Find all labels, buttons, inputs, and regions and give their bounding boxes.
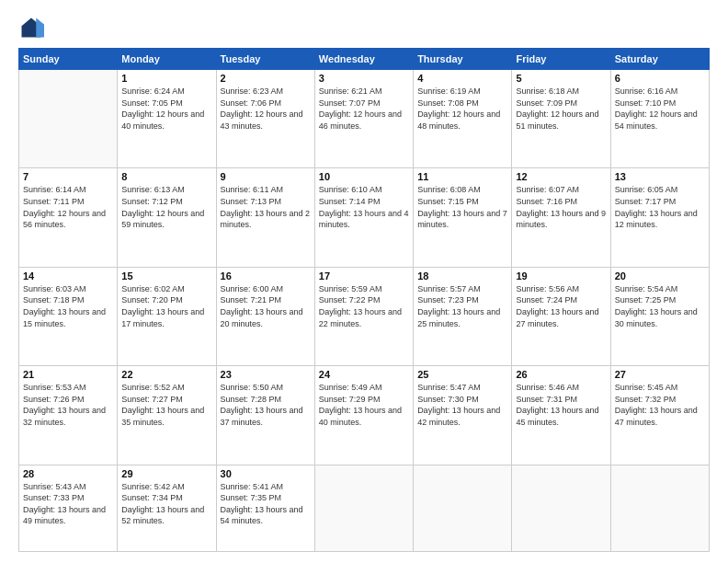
- day-number: 6: [615, 73, 705, 84]
- logo: [18, 15, 48, 40]
- calendar-table: SundayMondayTuesdayWednesdayThursdayFrid…: [18, 48, 710, 552]
- day-number: 17: [319, 270, 409, 282]
- day-info: Sunrise: 6:18 AMSunset: 7:09 PMDaylight:…: [516, 86, 606, 132]
- calendar-week-row: 14Sunrise: 6:03 AMSunset: 7:18 PMDayligh…: [19, 267, 710, 365]
- calendar-day-cell: 26Sunrise: 5:46 AMSunset: 7:31 PMDayligh…: [512, 366, 610, 465]
- day-info: Sunrise: 6:24 AMSunset: 7:05 PMDaylight:…: [121, 86, 211, 132]
- calendar-day-cell: 24Sunrise: 5:49 AMSunset: 7:29 PMDayligh…: [314, 366, 413, 465]
- day-number: 19: [516, 270, 606, 282]
- day-info: Sunrise: 6:14 AMSunset: 7:11 PMDaylight:…: [23, 184, 113, 230]
- day-number: 24: [319, 369, 409, 380]
- day-number: 18: [417, 270, 507, 282]
- day-info: Sunrise: 5:53 AMSunset: 7:26 PMDaylight:…: [23, 382, 113, 428]
- day-number: 22: [121, 369, 211, 380]
- calendar-day-cell: 6Sunrise: 6:16 AMSunset: 7:10 PMDaylight…: [610, 70, 709, 168]
- calendar-day-cell: 17Sunrise: 5:59 AMSunset: 7:22 PMDayligh…: [314, 267, 413, 365]
- calendar-day-cell: [314, 465, 413, 551]
- day-number: 25: [417, 369, 507, 380]
- day-number: 16: [221, 270, 311, 282]
- calendar-day-cell: 28Sunrise: 5:43 AMSunset: 7:33 PMDayligh…: [19, 465, 118, 551]
- calendar-day-cell: [19, 70, 118, 168]
- calendar-day-cell: 16Sunrise: 6:00 AMSunset: 7:21 PMDayligh…: [216, 267, 314, 365]
- day-info: Sunrise: 5:56 AMSunset: 7:24 PMDaylight:…: [516, 283, 606, 329]
- calendar-day-cell: 5Sunrise: 6:18 AMSunset: 7:09 PMDaylight…: [512, 70, 610, 168]
- day-number: 11: [417, 171, 507, 182]
- day-info: Sunrise: 5:49 AMSunset: 7:29 PMDaylight:…: [319, 382, 409, 428]
- day-info: Sunrise: 6:19 AMSunset: 7:08 PMDaylight:…: [417, 86, 507, 132]
- calendar-day-cell: 15Sunrise: 6:02 AMSunset: 7:20 PMDayligh…: [118, 267, 216, 365]
- day-info: Sunrise: 6:07 AMSunset: 7:16 PMDaylight:…: [516, 184, 606, 230]
- weekday-header: Sunday: [19, 49, 118, 70]
- day-number: 27: [615, 369, 705, 380]
- calendar-day-cell: [414, 465, 512, 551]
- calendar-day-cell: [512, 465, 610, 551]
- day-number: 21: [23, 369, 113, 380]
- calendar-day-cell: 25Sunrise: 5:47 AMSunset: 7:30 PMDayligh…: [414, 366, 512, 465]
- calendar-day-cell: 14Sunrise: 6:03 AMSunset: 7:18 PMDayligh…: [19, 267, 118, 365]
- calendar-day-cell: 10Sunrise: 6:10 AMSunset: 7:14 PMDayligh…: [314, 168, 413, 267]
- calendar-day-cell: 3Sunrise: 6:21 AMSunset: 7:07 PMDaylight…: [314, 70, 413, 168]
- calendar-week-row: 1Sunrise: 6:24 AMSunset: 7:05 PMDaylight…: [19, 70, 710, 168]
- day-info: Sunrise: 5:46 AMSunset: 7:31 PMDaylight:…: [516, 382, 606, 428]
- day-info: Sunrise: 6:23 AMSunset: 7:06 PMDaylight:…: [221, 86, 311, 132]
- calendar-day-cell: 30Sunrise: 5:41 AMSunset: 7:35 PMDayligh…: [216, 465, 314, 551]
- calendar-day-cell: 21Sunrise: 5:53 AMSunset: 7:26 PMDayligh…: [19, 366, 118, 465]
- day-number: 23: [221, 369, 311, 380]
- day-info: Sunrise: 5:42 AMSunset: 7:34 PMDaylight:…: [121, 481, 211, 527]
- calendar-day-cell: 4Sunrise: 6:19 AMSunset: 7:08 PMDaylight…: [414, 70, 512, 168]
- day-number: 1: [121, 73, 211, 84]
- calendar-day-cell: 8Sunrise: 6:13 AMSunset: 7:12 PMDaylight…: [118, 168, 216, 267]
- day-info: Sunrise: 6:00 AMSunset: 7:21 PMDaylight:…: [221, 283, 311, 329]
- day-number: 13: [615, 171, 705, 182]
- day-number: 3: [319, 73, 409, 84]
- day-info: Sunrise: 6:16 AMSunset: 7:10 PMDaylight:…: [615, 86, 705, 132]
- day-info: Sunrise: 6:02 AMSunset: 7:20 PMDaylight:…: [121, 283, 211, 329]
- day-info: Sunrise: 6:21 AMSunset: 7:07 PMDaylight:…: [319, 86, 409, 132]
- day-info: Sunrise: 5:47 AMSunset: 7:30 PMDaylight:…: [417, 382, 507, 428]
- calendar-day-cell: 27Sunrise: 5:45 AMSunset: 7:32 PMDayligh…: [610, 366, 709, 465]
- calendar-day-cell: 23Sunrise: 5:50 AMSunset: 7:28 PMDayligh…: [216, 366, 314, 465]
- day-number: 29: [121, 468, 211, 479]
- day-info: Sunrise: 6:13 AMSunset: 7:12 PMDaylight:…: [121, 184, 211, 230]
- weekday-header: Thursday: [414, 49, 512, 70]
- day-number: 4: [417, 73, 507, 84]
- calendar-day-cell: 12Sunrise: 6:07 AMSunset: 7:16 PMDayligh…: [512, 168, 610, 267]
- day-info: Sunrise: 5:50 AMSunset: 7:28 PMDaylight:…: [221, 382, 311, 428]
- calendar-day-cell: [610, 465, 709, 551]
- day-number: 12: [516, 171, 606, 182]
- weekday-header: Saturday: [610, 49, 709, 70]
- calendar-week-row: 21Sunrise: 5:53 AMSunset: 7:26 PMDayligh…: [19, 366, 710, 465]
- calendar-day-cell: 29Sunrise: 5:42 AMSunset: 7:34 PMDayligh…: [118, 465, 216, 551]
- calendar-day-cell: 9Sunrise: 6:11 AMSunset: 7:13 PMDaylight…: [216, 168, 314, 267]
- calendar-week-row: 28Sunrise: 5:43 AMSunset: 7:33 PMDayligh…: [19, 465, 710, 551]
- day-info: Sunrise: 5:54 AMSunset: 7:25 PMDaylight:…: [615, 283, 705, 329]
- calendar-day-cell: 1Sunrise: 6:24 AMSunset: 7:05 PMDaylight…: [118, 70, 216, 168]
- day-number: 2: [221, 73, 311, 84]
- day-number: 10: [319, 171, 409, 182]
- calendar-header-row: SundayMondayTuesdayWednesdayThursdayFrid…: [19, 49, 710, 70]
- calendar-day-cell: 19Sunrise: 5:56 AMSunset: 7:24 PMDayligh…: [512, 267, 610, 365]
- day-info: Sunrise: 6:03 AMSunset: 7:18 PMDaylight:…: [23, 283, 113, 329]
- day-info: Sunrise: 5:43 AMSunset: 7:33 PMDaylight:…: [23, 481, 113, 527]
- weekday-header: Friday: [512, 49, 610, 70]
- day-number: 7: [23, 171, 113, 182]
- day-number: 8: [121, 171, 211, 182]
- calendar-day-cell: 22Sunrise: 5:52 AMSunset: 7:27 PMDayligh…: [118, 366, 216, 465]
- calendar-day-cell: 18Sunrise: 5:57 AMSunset: 7:23 PMDayligh…: [414, 267, 512, 365]
- page: SundayMondayTuesdayWednesdayThursdayFrid…: [0, 0, 728, 563]
- day-info: Sunrise: 6:11 AMSunset: 7:13 PMDaylight:…: [221, 184, 311, 230]
- day-number: 30: [221, 468, 311, 479]
- calendar-day-cell: 11Sunrise: 6:08 AMSunset: 7:15 PMDayligh…: [414, 168, 512, 267]
- calendar-day-cell: 2Sunrise: 6:23 AMSunset: 7:06 PMDaylight…: [216, 70, 314, 168]
- day-number: 5: [516, 73, 606, 84]
- weekday-header: Monday: [118, 49, 216, 70]
- day-info: Sunrise: 5:59 AMSunset: 7:22 PMDaylight:…: [319, 283, 409, 329]
- day-info: Sunrise: 6:05 AMSunset: 7:17 PMDaylight:…: [615, 184, 705, 230]
- day-number: 15: [121, 270, 211, 282]
- logo-icon: [18, 15, 44, 40]
- svg-marker-1: [36, 18, 44, 38]
- day-info: Sunrise: 6:10 AMSunset: 7:14 PMDaylight:…: [319, 184, 409, 230]
- day-number: 28: [23, 468, 113, 479]
- day-info: Sunrise: 5:45 AMSunset: 7:32 PMDaylight:…: [615, 382, 705, 428]
- day-number: 14: [23, 270, 113, 282]
